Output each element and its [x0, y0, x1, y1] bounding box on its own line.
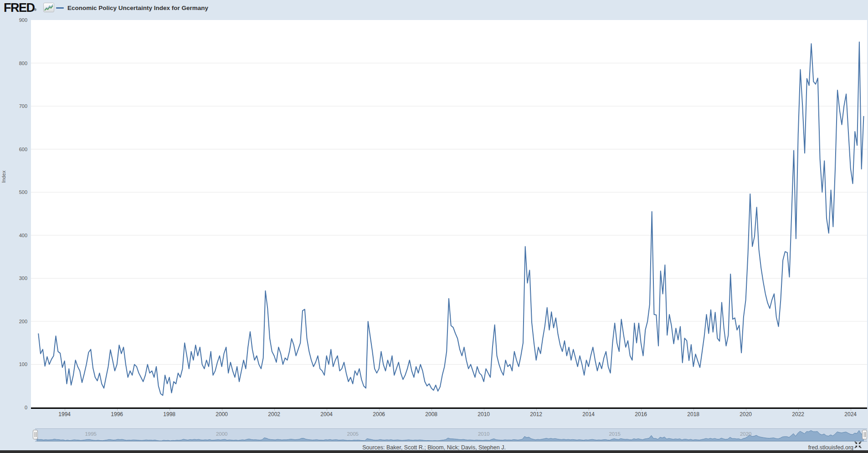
x-axis-tick	[589, 409, 589, 411]
navigator-year-label: 2020	[732, 431, 760, 437]
x-axis-label: 2002	[261, 411, 288, 417]
fred-logo-text: FRED	[4, 1, 35, 15]
x-axis-label: 2008	[418, 411, 445, 417]
series-line-swatch	[56, 7, 64, 9]
navigator-year-label: 1995	[77, 431, 104, 437]
main-line-chart	[31, 20, 867, 407]
fred-logo[interactable]: FRED®	[4, 1, 37, 15]
graph-header: FRED® Economic Policy Uncertainty Index …	[0, 0, 868, 15]
y-axis-label: 200	[2, 318, 27, 325]
fred-sparkline-icon	[43, 3, 54, 12]
navigator-left-handle[interactable]	[33, 430, 38, 439]
x-axis-label: 2022	[785, 411, 812, 417]
plot-area[interactable]	[31, 20, 867, 407]
x-axis-label: 2006	[365, 411, 393, 417]
fred-graph-page: FRED® Economic Policy Uncertainty Index …	[0, 0, 868, 453]
x-axis-tick	[222, 409, 222, 411]
y-axis-label: 600	[2, 146, 27, 153]
x-axis-tick	[798, 409, 799, 411]
x-axis-tick	[431, 409, 432, 411]
registered-mark: ®	[34, 8, 37, 12]
x-axis-tick	[693, 409, 694, 411]
y-axis-label: 100	[2, 361, 27, 367]
navigator-year-label: 2005	[339, 431, 366, 437]
x-axis-label: 2016	[627, 411, 655, 417]
navigator-year-label: 2010	[470, 431, 498, 437]
x-axis-tick	[117, 409, 118, 411]
x-axis-line	[31, 407, 867, 409]
x-axis-label: 2018	[680, 411, 707, 417]
y-axis-label: 0	[2, 404, 27, 411]
x-axis-tick	[274, 409, 275, 411]
x-axis-label: 2012	[523, 411, 550, 417]
sources-text: Sources: Baker, Scott R.; Bloom, Nick; D…	[0, 444, 868, 451]
series-line	[38, 42, 863, 395]
navigator-year-label: 2015	[601, 431, 628, 437]
x-axis-label: 2000	[208, 411, 236, 417]
x-axis-label: 2014	[575, 411, 602, 417]
x-axis-tick	[169, 409, 170, 411]
x-axis-label: 2024	[837, 411, 864, 417]
y-axis-label: 500	[2, 189, 27, 195]
y-axis-label: 800	[2, 60, 27, 66]
y-axis-label: 900	[2, 17, 27, 23]
x-axis-tick	[327, 409, 327, 411]
x-axis-label: 1996	[103, 411, 131, 417]
x-axis-tick	[65, 409, 65, 411]
fred-site-link[interactable]: fred.stlouisfed.org	[808, 444, 853, 451]
collapse-arrows-icon[interactable]	[853, 440, 863, 450]
y-axis-label: 400	[2, 232, 27, 239]
x-axis-label: 2004	[313, 411, 340, 417]
x-axis-tick	[379, 409, 380, 411]
series-legend[interactable]: Economic Policy Uncertainty Index for Ge…	[56, 0, 208, 15]
y-axis-label: 300	[2, 275, 27, 281]
x-axis-tick	[746, 409, 746, 411]
series-title: Economic Policy Uncertainty Index for Ge…	[67, 5, 208, 11]
x-axis-tick	[536, 409, 537, 411]
y-axis-title: Index	[1, 161, 6, 193]
navigator-year-label: 2000	[208, 431, 236, 437]
x-axis-label: 1998	[156, 411, 183, 417]
y-axis-label: 700	[2, 103, 27, 109]
x-axis-tick	[484, 409, 484, 411]
x-axis-label: 2010	[470, 411, 498, 417]
x-axis-tick	[851, 409, 851, 411]
x-axis-tick	[641, 409, 642, 411]
bottom-dark-bar	[0, 450, 868, 453]
navigator-right-handle[interactable]	[862, 430, 867, 439]
x-axis-label: 1994	[51, 411, 78, 417]
x-axis-label: 2020	[732, 411, 760, 417]
